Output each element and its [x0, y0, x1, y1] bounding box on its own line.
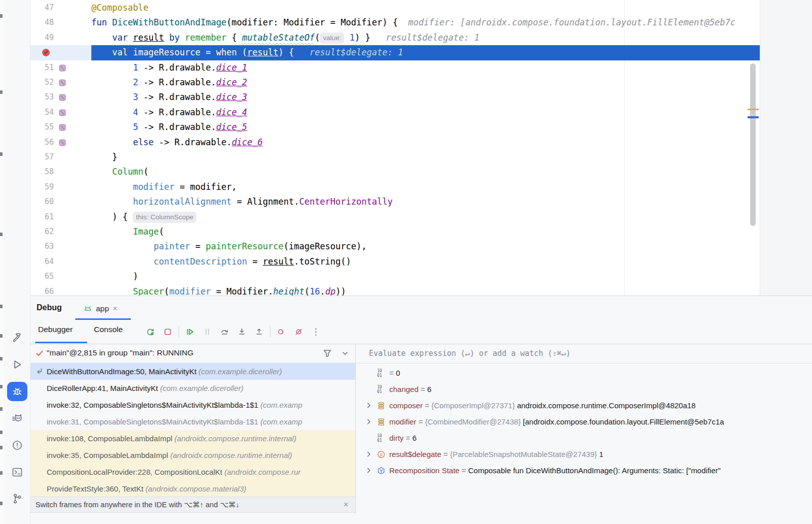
variable-row[interactable]: 10 01= 0: [356, 365, 812, 381]
version-control-icon[interactable]: [7, 489, 27, 508]
editor-scrollbar[interactable]: [750, 63, 756, 226]
stack-frame-row[interactable]: invoke:31, ComposableSingletons$MainActi…: [30, 413, 355, 430]
code-line-52[interactable]: 2 -> R.drawable.dice_2: [91, 75, 760, 90]
gutter-line-57[interactable]: 57: [30, 150, 91, 165]
code-line-61[interactable]: ) { this: ColumnScope: [91, 210, 760, 224]
code-line-65[interactable]: ): [91, 269, 760, 284]
stack-frame-row[interactable]: DiceWithButtonAndImage:50, MainActivityK…: [30, 363, 355, 380]
debug-bug-icon[interactable]: [7, 382, 27, 401]
drawable-dice-preview-icon[interactable]: [58, 93, 66, 102]
logcat-cat-icon[interactable]: [7, 409, 27, 428]
stack-frame-row[interactable]: invoke:35, ComposableLambdaImpl (android…: [30, 447, 355, 464]
code-line-56[interactable]: else -> R.drawable.dice_6: [91, 135, 760, 150]
code-line-59[interactable]: modifier = modifier,: [91, 180, 760, 194]
mute-breakpoints-icon[interactable]: [291, 324, 306, 339]
error-stripe-exec-mark[interactable]: [748, 116, 759, 118]
code-line-47[interactable]: @Composable: [91, 1, 760, 15]
code-line-63[interactable]: painter = painterResource(imageResource)…: [91, 239, 760, 254]
session-tab-close-icon[interactable]: ×: [113, 304, 117, 313]
code-line-53[interactable]: 3 -> R.drawable.dice_3: [91, 90, 760, 105]
thread-status-row[interactable]: "main"@2,815 in group "main": RUNNING: [30, 344, 355, 363]
step-over-icon[interactable]: [217, 324, 231, 339]
gutter-line-55[interactable]: 55: [30, 120, 91, 135]
line-number: 52: [30, 75, 54, 90]
gutter-line-62[interactable]: 62: [30, 224, 91, 239]
gutter-line-48[interactable]: 48: [30, 15, 91, 30]
view-breakpoints-icon[interactable]: [274, 324, 288, 339]
code-line-55[interactable]: 5 -> R.drawable.dice_5: [91, 120, 760, 135]
expand-chevron-icon[interactable]: [365, 467, 373, 474]
banner-close-icon[interactable]: ×: [344, 500, 348, 509]
code-line-62[interactable]: Image(: [91, 224, 760, 239]
step-into-icon[interactable]: [234, 324, 249, 339]
stack-frame-row[interactable]: invoke:32, ComposableSingletons$MainActi…: [30, 397, 355, 413]
code-line-49[interactable]: var result by remember { mutableStateOf(…: [91, 30, 760, 45]
gutter-line-58[interactable]: 58: [30, 165, 91, 179]
gutter-line-54[interactable]: 54: [30, 105, 91, 120]
stack-frame-row[interactable]: DiceRollerApp:41, MainActivityKt (com.ex…: [30, 380, 355, 397]
tab-debugger[interactable]: Debugger: [38, 325, 73, 334]
stop-icon[interactable]: [160, 324, 175, 339]
gutter-line-65[interactable]: 65: [30, 269, 91, 284]
stack-frame-row[interactable]: CompositionLocalProvider:228, Compositio…: [30, 464, 355, 480]
gutter-line-56[interactable]: 56: [30, 135, 91, 150]
breakpoint-icon[interactable]: [42, 48, 50, 57]
gutter-line-60[interactable]: 60: [30, 194, 91, 209]
code-line-51[interactable]: 1 -> R.drawable.dice_1: [91, 60, 760, 75]
gutter-line-61[interactable]: 61: [30, 210, 91, 224]
expand-chevron-icon[interactable]: [365, 450, 373, 458]
variable-row[interactable]: presult$delegate = {ParcelableSnapshotMu…: [356, 446, 812, 463]
stack-frame-row[interactable]: ProvideTextStyle:360, TextKt (androidx.c…: [30, 480, 355, 497]
gutter-line-66[interactable]: 66: [30, 284, 91, 296]
gutter-line-52[interactable]: 52: [30, 75, 91, 90]
property-variable-icon: p: [377, 450, 385, 458]
terminal-icon[interactable]: [7, 463, 27, 482]
drawable-dice-preview-icon[interactable]: [58, 123, 66, 132]
code-line-58[interactable]: Column(: [91, 165, 760, 179]
problems-icon[interactable]: [7, 436, 27, 455]
frame-package: (androidx.compose.material3): [146, 484, 246, 493]
build-hammer-icon[interactable]: [7, 328, 27, 347]
code-line-48[interactable]: fun DiceWithButtonAndImage(modifier: Mod…: [91, 15, 760, 30]
variable-row[interactable]: 10 01dirty = 6: [356, 430, 812, 446]
evaluate-expression-input[interactable]: Evaluate expression (↵) or add a watch (…: [356, 344, 812, 364]
code-line-50[interactable]: val imageResource = when (result) { resu…: [91, 45, 760, 60]
variable-row[interactable]: modifier = {CombinedModifier@27438} [and…: [356, 414, 812, 430]
code-line-64[interactable]: contentDescription = result.toString(): [91, 254, 760, 269]
gutter-line-49[interactable]: 49: [30, 30, 91, 45]
frame-location: invoke:31, ComposableSingletons$MainActi…: [47, 417, 260, 426]
run-play-icon[interactable]: [7, 355, 27, 374]
gutter-line-50[interactable]: [30, 45, 91, 60]
tab-console[interactable]: Console: [94, 325, 123, 334]
pause-icon[interactable]: [200, 324, 214, 339]
code-line-60[interactable]: horizontalAlignment = Alignment.CenterHo…: [91, 194, 760, 209]
gutter-line-64[interactable]: 64: [30, 254, 91, 269]
error-stripe-warning-mark[interactable]: [748, 109, 759, 110]
drawable-dice-preview-icon[interactable]: [58, 64, 66, 72]
drawable-dice-preview-icon[interactable]: [58, 79, 66, 87]
chevron-down-icon[interactable]: [341, 349, 349, 357]
drawable-dice-preview-icon[interactable]: [58, 109, 66, 117]
session-tab-app[interactable]: app ×: [79, 300, 121, 317]
step-out-icon[interactable]: [252, 324, 266, 339]
variable-row[interactable]: 10 01changed = 6: [356, 381, 812, 398]
gutter-line-63[interactable]: 63: [30, 239, 91, 254]
code-line-57[interactable]: }: [91, 150, 760, 165]
gutter-line-51[interactable]: 51: [30, 60, 91, 75]
expand-chevron-icon[interactable]: [365, 402, 373, 409]
rerun-debug-icon[interactable]: [143, 324, 157, 339]
gutter-line-53[interactable]: 53: [30, 90, 91, 105]
stack-frame-row[interactable]: invoke:108, ComposableLambdaImpl (androi…: [30, 430, 355, 447]
more-options-icon[interactable]: ⋮: [309, 324, 323, 339]
code-line-54[interactable]: 4 -> R.drawable.dice_4: [91, 105, 760, 120]
resume-icon[interactable]: [183, 324, 197, 339]
drawable-dice-preview-icon[interactable]: [58, 139, 66, 147]
gutter-line-47[interactable]: 47: [30, 1, 91, 15]
code-editor[interactable]: 47484951525354555657585960616263646566 @…: [30, 0, 760, 296]
expand-chevron-icon[interactable]: [365, 418, 373, 425]
gutter-line-59[interactable]: 59: [30, 180, 91, 194]
variable-row[interactable]: composer = {ComposerImpl@27371} androidx…: [356, 398, 812, 414]
code-line-66[interactable]: Spacer(modifier = Modifier.height(16.dp)…: [91, 284, 760, 296]
filter-funnel-icon[interactable]: [322, 348, 332, 358]
variable-row[interactable]: Recomposition State = Composable fun Dic…: [356, 463, 812, 479]
